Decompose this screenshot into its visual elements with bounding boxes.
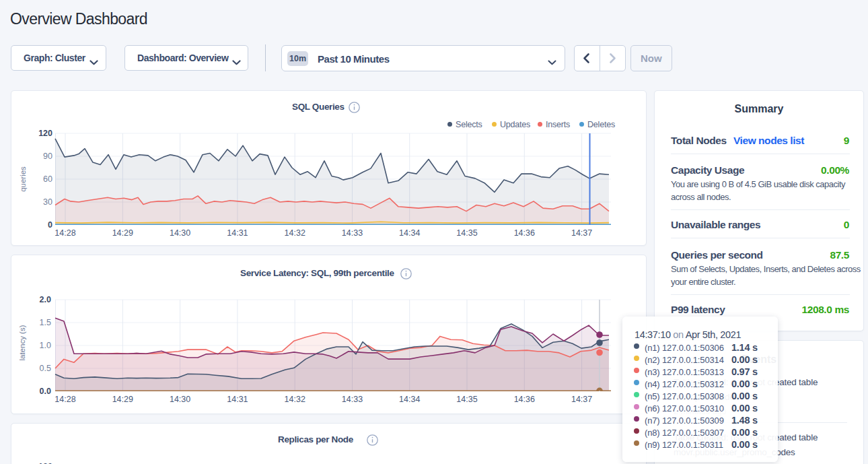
svg-text:14:29: 14:29 (112, 228, 133, 238)
svg-text:14:31: 14:31 (227, 395, 248, 404)
svg-text:14:32: 14:32 (285, 395, 305, 404)
svg-text:120: 120 (38, 129, 52, 138)
svg-text:14:37: 14:37 (571, 228, 592, 238)
svg-text:1.5: 1.5 (40, 318, 51, 327)
svg-text:0.5: 0.5 (40, 364, 51, 373)
svg-text:14:33: 14:33 (342, 395, 363, 404)
svg-text:0: 0 (48, 220, 52, 230)
svg-text:14:35: 14:35 (456, 395, 477, 404)
svg-text:14:35: 14:35 (456, 228, 477, 238)
svg-text:14:36: 14:36 (514, 228, 535, 238)
svg-text:14:28: 14:28 (55, 228, 75, 238)
svg-text:14:37: 14:37 (571, 395, 592, 404)
svg-text:14:29: 14:29 (112, 395, 133, 404)
svg-text:90: 90 (43, 152, 52, 161)
svg-text:1.0: 1.0 (40, 341, 51, 350)
svg-text:14:36: 14:36 (514, 395, 535, 404)
svg-text:latency (s): latency (s) (18, 325, 26, 360)
svg-text:0.0: 0.0 (40, 387, 51, 396)
svg-text:14:32: 14:32 (285, 228, 305, 238)
svg-text:60: 60 (43, 174, 52, 184)
svg-text:14:34: 14:34 (399, 228, 420, 238)
svg-text:14:30: 14:30 (170, 395, 190, 404)
svg-text:14:31: 14:31 (227, 228, 248, 238)
svg-text:14:28: 14:28 (55, 395, 75, 404)
svg-text:30: 30 (43, 197, 52, 207)
svg-text:14:34: 14:34 (399, 395, 420, 404)
svg-text:2.0: 2.0 (40, 295, 51, 304)
svg-text:14:33: 14:33 (342, 228, 363, 238)
svg-text:14:30: 14:30 (170, 228, 190, 238)
svg-text:queries: queries (19, 166, 27, 192)
